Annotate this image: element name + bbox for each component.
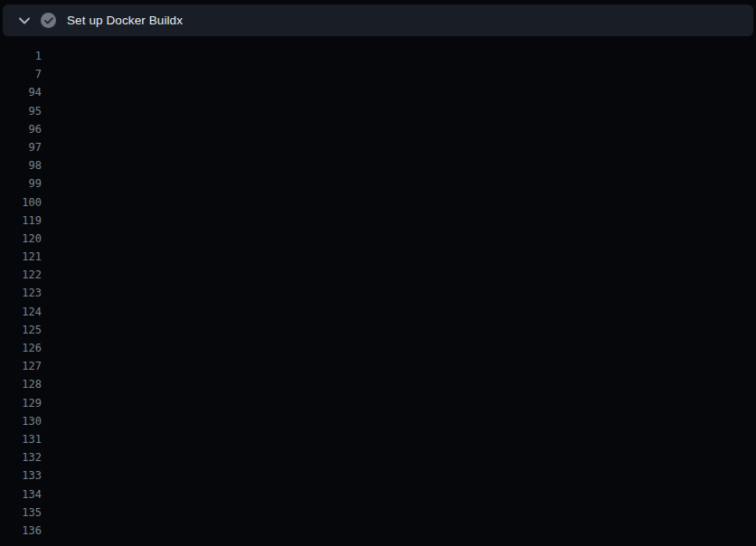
line-number[interactable]: 128 — [0, 375, 42, 393]
line-number[interactable]: 132 — [0, 448, 42, 466]
line-number[interactable]: 97 — [0, 138, 42, 156]
log-group-row[interactable]: 94▼Buildx version — [0, 83, 756, 101]
log-group-row[interactable]: 119▼Inspect builder — [0, 212, 756, 230]
line-number[interactable]: 129 — [0, 394, 42, 412]
log-line: 127 "buildkit": "v0.11.3", — [0, 357, 756, 375]
line-number[interactable]: 94 — [0, 83, 42, 101]
line-number[interactable]: 122 — [0, 266, 42, 284]
line-number[interactable]: 95 — [0, 102, 42, 120]
log-line: 129 } — [0, 394, 756, 412]
log-line: 99builder-d9cfb5a1-c764-445a-a57e-0b19d2… — [0, 174, 756, 193]
log-line: 122 { — [0, 266, 756, 284]
line-number[interactable]: 135 — [0, 504, 42, 522]
line-number[interactable]: 100 — [0, 193, 42, 212]
line-number[interactable]: 7 — [0, 65, 42, 83]
line-number[interactable]: 126 — [0, 339, 42, 357]
line-number[interactable]: 124 — [0, 303, 42, 321]
line-number[interactable]: 120 — [0, 230, 42, 248]
line-number[interactable]: 133 — [0, 466, 42, 485]
line-number[interactable]: 121 — [0, 248, 42, 266]
log-line: 134} — [0, 485, 756, 504]
line-number[interactable]: 99 — [0, 174, 42, 193]
log-line: 120{ — [0, 230, 756, 248]
log-viewer: 1▶Run ./ 7▶Docker info 94▼Buildx version… — [0, 36, 756, 540]
log-group-row[interactable]: 135▼BuildKit version — [0, 504, 756, 522]
line-number[interactable]: 125 — [0, 321, 42, 339]
log-group-row[interactable]: 7▶Docker info — [0, 65, 756, 83]
log-line: 130 ], — [0, 412, 756, 430]
line-number[interactable]: 119 — [0, 212, 42, 230]
log-line: 126 "buildkitd-flags": "--allow-insecure… — [0, 339, 756, 357]
line-number[interactable]: 1 — [0, 47, 42, 65]
line-number[interactable]: 98 — [0, 156, 42, 174]
log-line: 131 "name": "builder-d9cfb5a1-c764-445a-… — [0, 430, 756, 448]
check-circle-icon — [41, 13, 56, 28]
log-group-row[interactable]: 100▶Booting builder — [0, 193, 756, 212]
line-number[interactable]: 127 — [0, 357, 42, 375]
line-number[interactable]: 123 — [0, 284, 42, 302]
line-number[interactable]: 131 — [0, 430, 42, 448]
log-group-row[interactable]: 97▼Creating a new builder instance — [0, 138, 756, 156]
log-line: 123 "name": "builder-d9cfb5a1-c764-445a-… — [0, 284, 756, 302]
log-line: 96github.com/docker/buildx 0.10.3+azure-… — [0, 120, 756, 138]
log-line: 128 "platforms": "linux/amd64,linux/amd6… — [0, 375, 756, 393]
step-title: Set up Docker Buildx — [67, 14, 183, 27]
log-line: 133 "lastActivity": "2023-02-25T11:58:12… — [0, 466, 756, 485]
log-group-row[interactable]: 1▶Run ./ — [0, 47, 756, 65]
line-number[interactable]: 134 — [0, 485, 42, 504]
line-number[interactable]: 130 — [0, 412, 42, 430]
log-line: 132 "driver": "docker-container", — [0, 448, 756, 466]
log-line: 136builder-d9cfb5a1-c764-445a-a57e-0b19d… — [0, 522, 756, 540]
chevron-down-icon[interactable] — [19, 17, 30, 24]
step-header[interactable]: Set up Docker Buildx — [3, 5, 753, 36]
log-line: 121 "nodes": [ — [0, 248, 756, 266]
line-number[interactable]: 136 — [0, 522, 42, 540]
log-line: 124 "endpoint": "unix:///var/run/docker.… — [0, 303, 756, 321]
log-line: 125 "status": "running", — [0, 321, 756, 339]
log-line: 98/usr/bin/docker buildx create --name b… — [0, 156, 756, 174]
line-number[interactable]: 96 — [0, 120, 42, 138]
log-line: 95/usr/bin/docker buildx version — [0, 102, 756, 120]
